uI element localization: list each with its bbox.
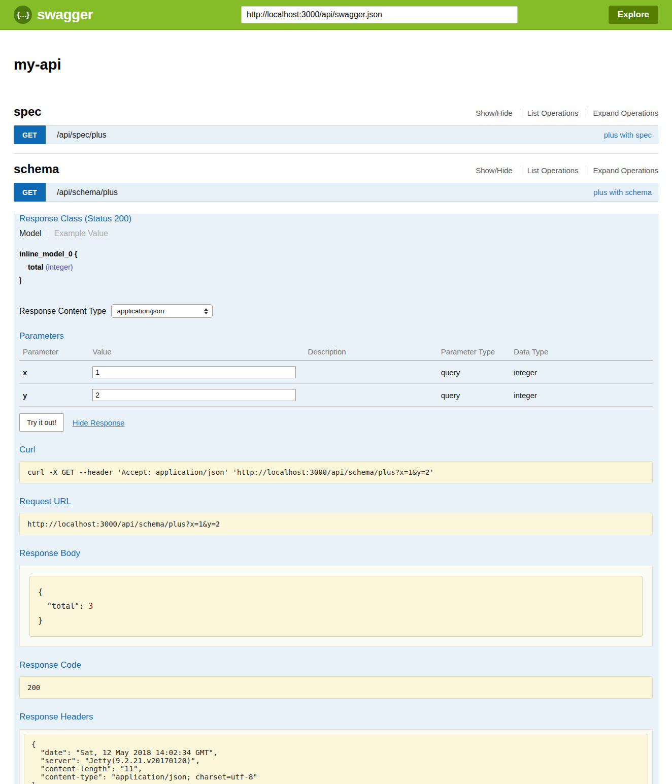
response-content-type-row: Response Content Type application/json (19, 304, 653, 318)
list-operations-link[interactable]: List Operations (520, 166, 586, 175)
endpoint-summary-link[interactable]: plus with spec (604, 130, 652, 139)
show-hide-link[interactable]: Show/Hide (468, 109, 520, 117)
col-header-description: Description (305, 347, 438, 361)
param-type: query (438, 361, 511, 384)
param-name: y (19, 384, 89, 407)
http-method-badge: GET (14, 183, 46, 202)
brand-name: swagger (37, 7, 93, 23)
section-title-schema[interactable]: schema (14, 162, 59, 176)
operation-panel: Response Class (Status 200) Model Exampl… (14, 214, 658, 784)
response-code-block: 200 (19, 676, 653, 699)
endpoint-summary-link[interactable]: plus with schema (593, 188, 652, 197)
response-class-heading: Response Class (Status 200) (19, 214, 653, 224)
explore-button[interactable]: Explore (609, 6, 658, 24)
header-bar: {…} swagger Explore (0, 0, 672, 30)
response-code-heading: Response Code (19, 660, 653, 670)
model-close-line: } (19, 274, 653, 287)
model-tabs: Model Example Value (19, 229, 653, 238)
response-content-type-value: application/json (117, 307, 204, 315)
response-content-type-select[interactable]: application/json (111, 304, 213, 318)
list-operations-link[interactable]: List Operations (520, 109, 586, 117)
endpoint-row-spec-plus[interactable]: GET /api/spec/plus plus with spec (14, 125, 658, 144)
param-description (305, 361, 438, 384)
model-open-line: inline_model_0 { (19, 247, 653, 260)
response-body-block: { "total": 3} (29, 576, 643, 637)
response-body-heading: Response Body (19, 548, 653, 559)
model-signature: inline_model_0 { total (integer) } (19, 247, 653, 287)
col-header-data-type: Data Type (510, 347, 653, 361)
page-title: my-api (14, 56, 658, 73)
hide-response-link[interactable]: Hide Response (73, 418, 125, 427)
response-body-wrapper: { "total": 3} (19, 566, 653, 647)
model-property-type: (integer) (46, 263, 73, 271)
table-row-param-x: x query integer (19, 361, 653, 384)
response-content-type-label: Response Content Type (19, 307, 106, 316)
model-property-line: total (integer) (28, 260, 653, 274)
param-x-value-input[interactable] (92, 366, 296, 378)
param-name: x (19, 361, 89, 384)
request-url-block: http://localhost:3000/api/schema/plus?x=… (19, 513, 653, 535)
endpoint-path-link[interactable]: /api/spec/plus (57, 130, 604, 140)
section-head-spec: spec Show/Hide List Operations Expand Op… (14, 105, 658, 119)
request-url-heading: Request URL (19, 497, 653, 507)
curl-command-block: curl -X GET --header 'Accept: applicatio… (19, 461, 653, 483)
section-divider (14, 153, 658, 154)
endpoint-row-schema-plus[interactable]: GET /api/schema/plus plus with schema (14, 183, 658, 202)
swagger-brand-link[interactable]: {…} swagger (14, 6, 93, 24)
param-data-type: integer (510, 384, 653, 407)
param-y-value-input[interactable] (92, 389, 296, 401)
col-header-parameter: Parameter (19, 347, 89, 361)
table-row-param-y: y query integer (19, 384, 653, 407)
model-property-name: total (28, 263, 44, 271)
param-type: query (438, 384, 511, 407)
response-headers-heading: Response Headers (19, 712, 653, 722)
api-url-input[interactable] (241, 6, 518, 23)
expand-operations-link[interactable]: Expand Operations (586, 109, 658, 117)
response-headers-block: { "date": "Sat, 12 May 2018 14:02:34 GMT… (24, 734, 648, 784)
parameters-heading: Parameters (19, 331, 653, 341)
col-header-parameter-type: Parameter Type (438, 347, 511, 361)
section-title-spec[interactable]: spec (14, 105, 42, 119)
select-stepper-icon (204, 308, 208, 314)
show-hide-link[interactable]: Show/Hide (468, 166, 520, 175)
json-close-brace: } (38, 613, 634, 628)
curl-heading: Curl (19, 445, 653, 455)
endpoint-path-link[interactable]: /api/schema/plus (57, 188, 593, 197)
parameters-table: Parameter Value Description Parameter Ty… (19, 347, 653, 407)
json-number-value: 3 (88, 602, 93, 611)
tab-model[interactable]: Model (19, 229, 48, 238)
response-headers-wrapper: { "date": "Sat, 12 May 2018 14:02:34 GMT… (19, 729, 653, 784)
expand-operations-link[interactable]: Expand Operations (586, 166, 658, 175)
swagger-logo-icon: {…} (14, 6, 32, 24)
try-it-out-button[interactable]: Try it out! (19, 413, 64, 432)
section-head-schema: schema Show/Hide List Operations Expand … (14, 162, 658, 176)
actions-row: Try it out! Hide Response (19, 413, 653, 432)
json-open-brace: { (38, 585, 634, 599)
json-total-line: "total": 3 (38, 599, 634, 613)
http-method-badge: GET (14, 125, 46, 144)
param-description (305, 384, 438, 407)
tab-example-value[interactable]: Example Value (48, 229, 108, 238)
col-header-value: Value (89, 347, 304, 361)
param-data-type: integer (510, 361, 653, 384)
